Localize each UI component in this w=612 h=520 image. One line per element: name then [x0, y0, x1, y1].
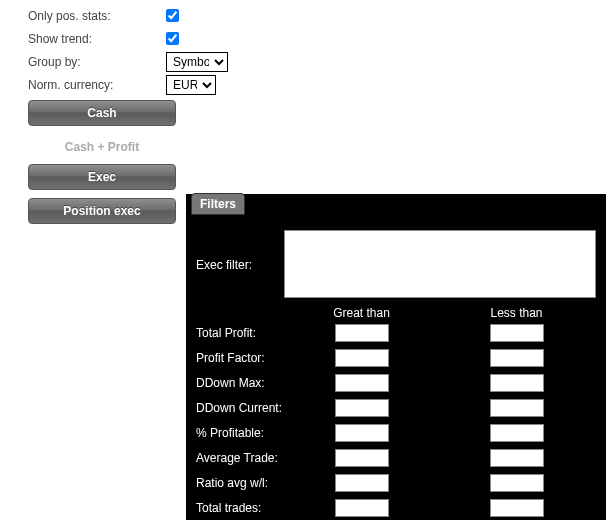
gt-input[interactable]	[335, 349, 389, 367]
gt-cell	[284, 449, 439, 467]
gt-cell	[284, 374, 439, 392]
filter-row-label: Total trades:	[196, 501, 284, 515]
filter-row-label: DDown Max:	[196, 376, 284, 390]
gt-cell	[284, 324, 439, 342]
greater-than-header: Great than	[284, 306, 439, 320]
gt-cell	[284, 499, 439, 517]
filter-row-label: DDown Current:	[196, 401, 284, 415]
lt-cell	[439, 499, 594, 517]
lt-input[interactable]	[490, 474, 544, 492]
filter-row: DDown Max:	[196, 370, 596, 395]
lt-cell	[439, 424, 594, 442]
norm-currency-select[interactable]: EUR	[166, 75, 216, 95]
lt-input[interactable]	[490, 324, 544, 342]
show-trend-checkbox[interactable]	[166, 32, 179, 45]
filter-row: % Profitable:	[196, 420, 596, 445]
lt-input[interactable]	[490, 349, 544, 367]
filter-rows: Total Profit:Profit Factor:DDown Max:DDo…	[196, 320, 596, 520]
gt-input[interactable]	[335, 499, 389, 517]
lt-input[interactable]	[490, 499, 544, 517]
filter-row-label: Profit Factor:	[196, 351, 284, 365]
exec-filter-label: Exec filter:	[196, 230, 284, 272]
show-trend-label: Show trend:	[28, 32, 166, 46]
gt-cell	[284, 424, 439, 442]
filter-column-headers: Great than Less than	[196, 306, 596, 320]
norm-currency-label: Norm. currency:	[28, 78, 166, 92]
lt-cell	[439, 349, 594, 367]
lt-input[interactable]	[490, 399, 544, 417]
lt-cell	[439, 449, 594, 467]
position-exec-button[interactable]: Position exec	[28, 198, 176, 224]
filter-row-label: Average Trade:	[196, 451, 284, 465]
gt-input[interactable]	[335, 324, 389, 342]
lt-cell	[439, 474, 594, 492]
filter-row-label: Total Profit:	[196, 326, 284, 340]
filters-tab[interactable]: Filters	[191, 193, 245, 215]
gt-cell	[284, 474, 439, 492]
only-pos-stats-row: Only pos. stats:	[28, 4, 612, 27]
filter-row: Profit Factor:	[196, 345, 596, 370]
settings-section: Only pos. stats: Show trend: Group by: S…	[0, 4, 612, 96]
lt-cell	[439, 374, 594, 392]
exec-filter-input[interactable]	[284, 230, 596, 298]
group-by-label: Group by:	[28, 55, 166, 69]
norm-currency-row: Norm. currency: EUR	[28, 73, 612, 96]
gt-input[interactable]	[335, 474, 389, 492]
gt-input[interactable]	[335, 424, 389, 442]
only-pos-stats-label: Only pos. stats:	[28, 9, 166, 23]
filter-row: Average Trade:	[196, 445, 596, 470]
cash-profit-label: Cash + Profit	[28, 134, 176, 164]
group-by-select[interactable]: Symbol	[166, 52, 228, 72]
exec-button[interactable]: Exec	[28, 164, 176, 190]
filter-row: Total Profit:	[196, 320, 596, 345]
header-spacer	[196, 306, 284, 320]
gt-input[interactable]	[335, 449, 389, 467]
show-trend-row: Show trend:	[28, 27, 612, 50]
filter-row-label: Ratio avg w/l:	[196, 476, 284, 490]
group-by-row: Group by: Symbol	[28, 50, 612, 73]
less-than-header: Less than	[439, 306, 594, 320]
only-pos-stats-checkbox[interactable]	[166, 9, 179, 22]
exec-filter-row: Exec filter:	[196, 230, 596, 298]
filter-row: DDown Current:	[196, 395, 596, 420]
filters-panel: Filters Exec filter: Great than Less tha…	[186, 194, 606, 520]
lt-input[interactable]	[490, 424, 544, 442]
gt-input[interactable]	[335, 374, 389, 392]
gt-input[interactable]	[335, 399, 389, 417]
gt-cell	[284, 349, 439, 367]
filter-row: Ratio avg w/l:	[196, 470, 596, 495]
lt-cell	[439, 399, 594, 417]
filter-row-label: % Profitable:	[196, 426, 284, 440]
cash-button[interactable]: Cash	[28, 100, 176, 126]
gt-cell	[284, 399, 439, 417]
lt-input[interactable]	[490, 449, 544, 467]
lt-input[interactable]	[490, 374, 544, 392]
lt-cell	[439, 324, 594, 342]
filter-row: Total trades:	[196, 495, 596, 520]
